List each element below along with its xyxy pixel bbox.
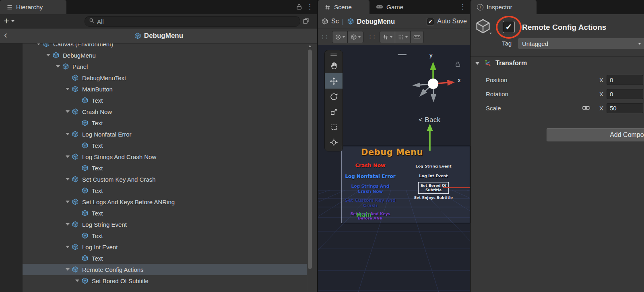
popout-icon[interactable] — [302, 17, 310, 26]
x-axis-handle[interactable] — [443, 187, 470, 188]
hierarchy-item[interactable]: Crash Now — [23, 106, 307, 117]
expand-arrow-icon[interactable] — [64, 223, 72, 226]
debug-menu-button[interactable]: Crash Now — [355, 162, 385, 168]
scale-tool[interactable] — [325, 104, 343, 119]
hierarchy-item[interactable]: Text — [23, 140, 307, 151]
tag-dropdown[interactable]: Untagged — [518, 38, 644, 49]
prefab-name[interactable]: DebugMenu — [357, 18, 395, 25]
y-axis-handle[interactable] — [423, 122, 436, 151]
transform-tool[interactable] — [325, 135, 343, 150]
overlay-handle-icon[interactable]: ⋮⋮ — [367, 34, 376, 40]
expand-arrow-icon[interactable] — [64, 246, 72, 248]
hierarchy-tree: Canvas (Environment)DebugMenuPanelDebugM… — [23, 43, 307, 286]
lock-icon[interactable] — [455, 61, 460, 69]
scene-name-abbrev[interactable]: Sc — [331, 18, 339, 25]
hierarchy-item[interactable]: Panel — [23, 61, 307, 72]
hierarchy-item[interactable]: DebugMenuText — [23, 72, 307, 83]
hierarchy-item-label: DebugMenuText — [82, 75, 126, 81]
rect-tool[interactable] — [325, 119, 343, 135]
scrollbar-thumb[interactable] — [308, 50, 312, 269]
expand-arrow-icon[interactable] — [64, 201, 72, 203]
add-component-button[interactable]: Add Component — [547, 128, 644, 142]
enabled-checkbox[interactable]: ✓ — [503, 21, 515, 33]
dropdown-caret-icon[interactable] — [489, 33, 492, 34]
back-button-label[interactable]: < Back — [419, 116, 440, 124]
hierarchy-item[interactable]: Remote Config Actions — [23, 264, 307, 275]
hierarchy-item[interactable]: Log Strings And Crash Now — [23, 151, 307, 162]
debug-menu-button[interactable]: Log String Event — [415, 164, 451, 168]
expand-arrow-icon[interactable] — [64, 268, 72, 271]
autosave-checkbox[interactable]: ✓ — [427, 18, 434, 25]
hierarchy-item[interactable]: MainButton — [23, 83, 307, 95]
scene-asset-icon[interactable] — [321, 18, 328, 25]
expand-arrow-icon[interactable] — [64, 110, 72, 113]
hierarchy-item-label: Set Logs And Keys Before ANRing — [82, 199, 175, 205]
hierarchy-item[interactable]: Text — [23, 185, 307, 196]
grid-snap-button[interactable] — [380, 31, 395, 43]
axis-value-input[interactable] — [607, 75, 643, 85]
rotate-tool[interactable] — [325, 89, 343, 104]
tab-inspector[interactable]: i Inspector — [471, 0, 537, 14]
orientation-gizmo[interactable] — [402, 48, 467, 109]
hierarchy-item[interactable]: Text — [23, 253, 307, 264]
scene-viewport[interactable]: Debug Menu Crash NowLog Nonfatal ErrorLo… — [318, 45, 470, 292]
foldout-arrow-icon[interactable] — [475, 62, 479, 65]
expand-arrow-icon[interactable] — [64, 178, 72, 180]
gizmo-x-label[interactable]: x — [458, 77, 461, 83]
unlock-icon[interactable] — [296, 3, 303, 12]
kebab-menu-icon[interactable]: ⋮ — [306, 2, 313, 11]
debug-menu-button[interactable]: Set Custom Key And Crash — [344, 198, 396, 208]
hierarchy-scrollbar[interactable] — [307, 43, 313, 292]
search-input[interactable] — [97, 18, 296, 25]
debug-menu-button[interactable]: Log Int Event — [419, 174, 448, 178]
kebab-menu-icon[interactable]: ⋮ — [459, 2, 466, 11]
add-gameobject-button[interactable]: + — [4, 15, 14, 27]
scene-panel: Scene Game ⋮ Sc | DebugMenu ✓ Auto Save … — [318, 0, 470, 292]
link-constrain-icon[interactable] — [582, 105, 590, 112]
hierarchy-item[interactable]: DebugMenu — [23, 50, 307, 61]
gizmo-y-label[interactable]: y — [429, 52, 433, 58]
tab-hierarchy[interactable]: Hierarchy — [0, 0, 66, 14]
tab-game[interactable]: Game — [369, 0, 410, 14]
expand-arrow-icon[interactable] — [44, 54, 52, 56]
transform-header[interactable]: Transform — [471, 56, 644, 70]
expand-arrow-icon[interactable] — [35, 43, 43, 45]
debug-menu-button[interactable]: Set Enjoys Subtitle — [414, 196, 453, 200]
back-chevron-icon[interactable]: ‹ — [4, 29, 7, 41]
scrollbar-up-icon[interactable] — [308, 45, 312, 47]
expand-arrow-icon[interactable] — [73, 280, 81, 282]
expand-arrow-icon[interactable] — [64, 155, 72, 158]
hierarchy-item[interactable]: Text — [23, 230, 307, 241]
hierarchy-item[interactable]: Text — [23, 162, 307, 174]
snap-increment-button[interactable] — [395, 31, 411, 43]
hierarchy-item[interactable]: Log Int Event — [23, 241, 307, 253]
move-tool[interactable] — [325, 73, 343, 89]
measure-button[interactable] — [411, 31, 423, 43]
tab-label: Game — [386, 4, 403, 11]
expand-arrow-icon[interactable] — [64, 88, 72, 90]
hierarchy-item[interactable]: Text — [23, 207, 307, 219]
gizmo-visibility-button[interactable] — [348, 31, 363, 43]
tab-scene[interactable]: Scene — [318, 0, 369, 14]
render-mode-button[interactable] — [332, 31, 348, 43]
debug-menu-button[interactable]: Log Nonfatal Error — [345, 174, 395, 179]
hierarchy-item[interactable]: Set Bored Of Subtitle — [23, 275, 307, 286]
hierarchy-item[interactable]: Set Logs And Keys Before ANRing — [23, 196, 307, 207]
axis-value-input[interactable] — [607, 103, 643, 113]
expand-arrow-icon[interactable] — [64, 133, 72, 135]
hierarchy-item[interactable]: Text — [23, 117, 307, 128]
axis-value-input[interactable] — [607, 89, 643, 99]
breadcrumb[interactable]: DebugMenu — [0, 32, 317, 40]
debug-menu-button[interactable]: Log Strings And Crash Now — [344, 184, 396, 194]
hierarchy-item[interactable]: Log String Event — [23, 219, 307, 230]
overlay-handle-icon[interactable]: ⋮⋮ — [320, 34, 328, 40]
inspector-cube-icon[interactable] — [475, 18, 491, 36]
hierarchy-item[interactable]: Log Nonfatal Error — [23, 128, 307, 140]
hierarchy-item[interactable]: Canvas (Environment) — [23, 43, 307, 50]
hierarchy-item[interactable]: Text — [23, 95, 307, 106]
overlay-handle-icon[interactable] — [325, 52, 343, 57]
expand-arrow-icon[interactable] — [54, 65, 62, 68]
view-hand-tool[interactable] — [325, 58, 343, 73]
property-label: Scale — [486, 105, 501, 112]
hierarchy-item[interactable]: Set Custom Key And Crash — [23, 174, 307, 185]
